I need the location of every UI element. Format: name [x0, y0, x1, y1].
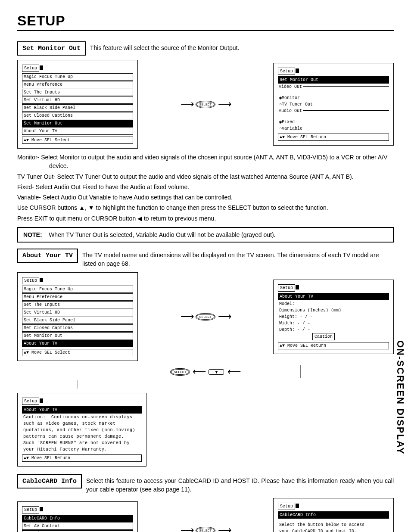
explain-exit: Press EXIT to quit menu or CURSOR button… — [17, 214, 394, 223]
menu-item: Set AV Control — [22, 523, 133, 530]
select-button-icon: SELECT — [171, 369, 190, 375]
depth-line: Depth: - / - — [278, 327, 389, 333]
sidebar-section-label: ON-SCREEN DISPLAY — [395, 340, 406, 454]
width-line: Width: - / - — [278, 320, 389, 327]
note-box: NOTE: When TV Tuner Out is selected, Var… — [17, 227, 394, 243]
arrow-right-icon: ⟶ — [181, 99, 193, 110]
explain-monitor: Monitor- Select Monitor to output the au… — [17, 153, 394, 171]
explain-variable: Variable- Select Audio Out Variable to h… — [17, 193, 394, 202]
chevron-right-icon — [40, 398, 43, 403]
about-tv-menu-left: Setup Magic Focus Tune Up Menu Preferenc… — [17, 272, 138, 361]
menu-title: Setup — [278, 284, 295, 292]
radio-option: TV Tuner Out — [278, 101, 389, 108]
menu-footer: ▲▼ Move SEL Select — [22, 349, 133, 356]
explain-fixed: Fixed- Select Audio Out Fixed to have th… — [17, 183, 394, 191]
arrow-right-icon: ⟶ — [218, 525, 230, 532]
menu-header-highlighted: CableCARD Info — [278, 511, 389, 519]
audio-out-group: Audio Out — [278, 110, 389, 118]
menu-item: Set Virtual HD — [22, 96, 133, 104]
menu-footer: ▲▼ Move SEL Return — [278, 342, 389, 349]
about-your-tv-label: About Your TV — [17, 249, 78, 263]
menu-item: Menu Preference — [22, 293, 133, 301]
about-your-tv-desc: The TV model name and dimensions will be… — [82, 249, 394, 268]
menu-title: Setup — [22, 398, 39, 405]
menu-footer: ▲▼ Move SEL Return — [278, 134, 389, 141]
chevron-right-icon — [40, 278, 43, 282]
menu-header-highlighted: About Your TV — [22, 406, 142, 414]
menu-item: Set Black Side Panel — [22, 104, 133, 112]
cablecard-body-line2: your CableCARD ID and Host ID. — [278, 528, 389, 532]
arrow-right-icon: ⟶ — [218, 99, 230, 110]
arrow-right-icon: ⟶ — [181, 311, 193, 322]
menu-item-highlighted: CableCARD Info — [22, 515, 133, 522]
arrow-sequence: ⟶ SELECT ⟶ — [181, 311, 231, 322]
menu-item: About Your TV — [22, 128, 133, 135]
menu-item: Set Virtual HD — [22, 309, 133, 316]
menu-item-highlighted: About Your TV — [22, 340, 133, 347]
arrow-sequence-reverse: SELECT ⟵ ▼ ⟵ — [171, 366, 240, 377]
menu-header-highlighted: Set Monitor Out — [278, 76, 389, 84]
menu-title: Setup — [278, 503, 295, 510]
menu-title: Setup — [22, 65, 39, 72]
set-monitor-out-desc: This feature will select the source of t… — [90, 41, 239, 53]
menu-title: Setup — [22, 277, 39, 284]
arrow-right-icon: ⟶ — [218, 311, 230, 322]
select-button-icon: SELECT — [196, 528, 215, 532]
menu-item-highlighted: Set Monitor Out — [22, 120, 133, 127]
select-button-icon: SELECT — [196, 102, 215, 107]
menu-footer: ▲▼ Move SEL Return — [22, 454, 142, 462]
chevron-right-icon — [296, 285, 299, 289]
arrow-left-icon: ⟵ — [227, 366, 240, 377]
menu-title: Setup — [22, 506, 39, 513]
height-line: Height: - / - — [278, 314, 389, 320]
monitor-out-menu-right: Setup Set Monitor Out Video Out Monitor … — [273, 63, 394, 146]
menu-item: Magic Focus Tune Up — [22, 286, 133, 293]
set-monitor-out-label: Set Monitor Out — [17, 41, 86, 56]
about-tv-caution-box: Setup About Your TV Caution: Continuous … — [17, 393, 146, 467]
connector-line — [300, 365, 301, 378]
arrow-sequence: ⟶ SELECT ⟶ — [181, 99, 231, 110]
menu-footer: ▲▼ Move SEL Select — [22, 137, 133, 144]
menu-title: Setup — [278, 68, 295, 75]
menu-item: Set The Inputs — [22, 301, 133, 308]
caution-body: Caution: Continuous on-screen displays s… — [22, 414, 142, 453]
cablecard-info-label: CableCARD Info — [17, 474, 82, 488]
chevron-right-icon — [296, 504, 299, 508]
connector-line — [78, 380, 78, 389]
radio-option: Monitor — [278, 95, 389, 101]
menu-item: Set Black Side Panel — [22, 317, 133, 324]
menu-item: Magic Focus Tune Up — [22, 73, 133, 81]
video-out-group: Video Out — [278, 86, 389, 94]
model-line: Model: — [278, 301, 389, 307]
menu-item: Upgrades — [22, 530, 133, 532]
cablecard-menu-left: Setup CableCARD Info Set AV Control Upgr… — [17, 501, 138, 532]
radio-option: Variable — [278, 125, 389, 132]
select-button-icon: SELECT — [196, 314, 215, 320]
monitor-out-menu-left: Setup Magic Focus Tune Up Menu Preferenc… — [17, 60, 138, 149]
chevron-right-icon — [40, 507, 43, 511]
cursor-down-icon: ▼ — [209, 369, 224, 375]
dimensions-line: Dimensions (Inches) (mm) — [278, 307, 389, 314]
chevron-right-icon — [296, 68, 299, 73]
menu-item: Set Closed Captions — [22, 324, 133, 332]
explain-tuner: TV Tuner Out- Select TV Tuner Out to out… — [17, 172, 394, 181]
chevron-right-icon — [40, 65, 43, 70]
cablecard-menu-right: Setup CableCARD Info Select the button b… — [273, 498, 394, 532]
arrow-sequence: ⟶ SELECT ⟶ — [181, 525, 231, 532]
explain-cursor: Use CURSOR buttons ▲, ▼ to highlight the… — [17, 203, 394, 212]
menu-item: Set Monitor Out — [22, 332, 133, 339]
cablecard-info-desc: Select this feature to access your Cable… — [86, 474, 394, 494]
arrow-left-icon: ⟵ — [193, 366, 205, 377]
note-label: NOTE: — [23, 231, 42, 238]
about-tv-menu-right: Setup About Your TV Model: Dimensions (I… — [273, 280, 394, 354]
menu-item: Set Closed Captions — [22, 112, 133, 119]
radio-option: Fixed — [278, 119, 389, 125]
menu-item: Menu Preference — [22, 81, 133, 88]
menu-item: Set The Inputs — [22, 89, 133, 96]
page-title: Setup — [17, 13, 394, 31]
note-text: When TV Tuner Out is selected, Variable … — [49, 231, 275, 238]
menu-header-highlighted: About Your TV — [278, 293, 389, 300]
cablecard-body-line1: Select the button below to access — [278, 522, 389, 528]
arrow-right-icon: ⟶ — [181, 525, 193, 532]
caution-button: Caution — [312, 333, 335, 340]
